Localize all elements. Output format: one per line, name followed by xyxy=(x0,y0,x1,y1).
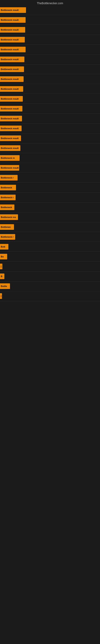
result-bar[interactable]: | xyxy=(0,293,2,299)
bar-row: Bottleneck result xyxy=(0,65,100,74)
bar-row: Bottleneck r xyxy=(0,193,100,202)
result-bar[interactable]: Bottleneck result xyxy=(0,27,25,32)
bar-row: | xyxy=(0,292,100,300)
bar-row: Bo xyxy=(0,252,100,261)
bar-label: Bottleneck result xyxy=(1,9,19,11)
bar-label: Bottleneck re xyxy=(1,157,15,159)
result-bar[interactable]: B xyxy=(0,274,4,279)
bar-label: Bottleneck result xyxy=(1,78,19,80)
bar-label: | xyxy=(1,265,1,268)
bar-row: B xyxy=(0,272,100,281)
result-bar[interactable]: Bott xyxy=(0,244,8,250)
result-bar[interactable]: Bo xyxy=(0,254,7,260)
result-bar[interactable]: Bottleneck result xyxy=(0,116,22,121)
result-bar[interactable]: Bottleneck r xyxy=(0,175,18,180)
bar-label: Bottleneck xyxy=(1,206,12,208)
bar-row: Bottleneck res xyxy=(0,213,100,222)
bar-label: Bott xyxy=(1,246,5,248)
bar-row: Bottle xyxy=(0,282,100,290)
bar-row: Bottleneck result xyxy=(0,75,100,84)
result-bar[interactable]: Bottleneck result xyxy=(0,47,26,52)
result-bar[interactable]: Bottleneck result xyxy=(0,126,22,131)
bar-label: Bottleneck result xyxy=(1,147,19,149)
bar-row: Bottleneck result xyxy=(0,134,100,143)
result-bar[interactable]: Bottleneck result xyxy=(0,17,26,23)
bar-label: Bottleneck xyxy=(1,186,12,189)
result-bar[interactable]: Bottleneck xyxy=(0,185,16,190)
result-bar[interactable]: Bottleneck result xyxy=(0,56,24,62)
bar-row: Bottleneck r xyxy=(0,173,100,182)
result-bar[interactable]: | xyxy=(0,264,2,269)
result-bar[interactable]: Bottleneck r xyxy=(0,234,15,240)
bar-label: Bottleneck r xyxy=(1,196,14,199)
bar-label: Bo xyxy=(1,256,4,258)
result-bar[interactable]: Bottleneck result xyxy=(0,145,20,151)
bar-label: Bottle xyxy=(1,285,7,288)
result-bar[interactable]: Bottle xyxy=(0,283,10,289)
bar-label: Bottleneck result xyxy=(1,28,19,31)
bar-label: Bottleneck result xyxy=(1,38,19,41)
result-bar[interactable]: Bottleneck result xyxy=(0,76,24,82)
bar-row: Bottleneck re xyxy=(0,154,100,162)
bar-row: Bottleneck result xyxy=(0,55,100,64)
bar-label: Bottleneck result xyxy=(1,68,19,70)
result-bar[interactable]: Bottleneck result xyxy=(0,96,23,102)
bar-label: Bottleneck result xyxy=(1,98,19,100)
bar-row: Bottleneck result xyxy=(0,94,100,103)
bar-label: Bottleneck r xyxy=(1,176,14,179)
bar-label: Bottleneck result xyxy=(1,88,19,90)
bar-row: Bottleneck result xyxy=(0,45,100,54)
result-bar[interactable]: Bottleneck re xyxy=(0,155,20,161)
bar-label: Bottleneck result xyxy=(1,167,19,169)
bar-row: Bottleneck result xyxy=(0,104,100,113)
bar-row: Bottleneck r xyxy=(0,232,100,241)
result-bar[interactable]: Bottleneck result xyxy=(0,37,25,42)
bar-row: Bottleneck xyxy=(0,203,100,212)
bar-row: | xyxy=(0,262,100,271)
result-bar[interactable]: Bottlenec xyxy=(0,224,14,230)
bar-label: Bottlenec xyxy=(1,226,11,228)
result-bar[interactable]: Bottleneck result xyxy=(0,86,23,92)
bar-label: Bottleneck res xyxy=(1,216,16,218)
result-bar[interactable]: Bottleneck result xyxy=(0,106,22,112)
bar-row: Bottleneck result xyxy=(0,114,100,123)
bar-row: Bottleneck result xyxy=(0,124,100,133)
bar-label: Bottleneck result xyxy=(1,58,19,60)
result-bar[interactable]: Bottleneck result xyxy=(0,136,21,141)
bar-row: Bottleneck xyxy=(0,183,100,192)
bar-row: Bottleneck result xyxy=(0,6,100,14)
bar-label: | xyxy=(1,295,1,297)
bar-row: Bottlenec xyxy=(0,222,100,232)
result-bar[interactable]: Bottleneck xyxy=(0,204,14,210)
bar-row: Bott xyxy=(0,242,100,251)
bar-label: Bottleneck result xyxy=(1,127,19,130)
bar-row: Bottleneck result xyxy=(0,164,100,172)
result-bar[interactable]: Bottleneck result xyxy=(0,165,19,171)
bar-label: B xyxy=(1,275,2,278)
site-title-container: TheBottlenecker.com xyxy=(0,0,100,6)
bar-row: Bottleneck result xyxy=(0,35,100,44)
site-title: TheBottlenecker.com xyxy=(0,0,100,6)
bar-label: Bottleneck result xyxy=(1,137,19,140)
bar-label: Bottleneck result xyxy=(1,19,19,21)
bar-row: Bottleneck result xyxy=(0,25,100,34)
bars-container: Bottleneck resultBottleneck resultBottle… xyxy=(0,6,100,301)
bar-row: Bottleneck result xyxy=(0,84,100,94)
bar-label: Bottleneck r xyxy=(1,236,14,238)
bar-row: Bottleneck result xyxy=(0,144,100,152)
result-bar[interactable]: Bottleneck result xyxy=(0,66,24,72)
result-bar[interactable]: Bottleneck res xyxy=(0,214,18,220)
bar-row: Bottleneck result xyxy=(0,16,100,24)
bar-label: Bottleneck result xyxy=(1,117,19,120)
result-bar[interactable]: Bottleneck result xyxy=(0,7,26,13)
bar-label: Bottleneck result xyxy=(1,48,19,51)
result-bar[interactable]: Bottleneck r xyxy=(0,194,16,200)
bar-label: Bottleneck result xyxy=(1,108,19,110)
